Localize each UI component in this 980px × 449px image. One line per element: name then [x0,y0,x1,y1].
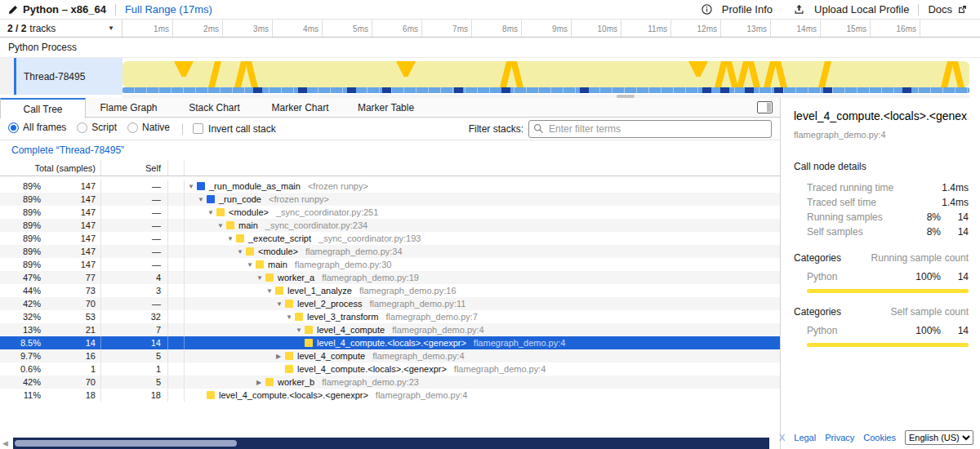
marker-segment [720,87,729,93]
search-icon [533,123,544,136]
twisty-open[interactable]: ▼ [198,196,207,203]
category-square-yellow [256,260,264,269]
tab-call-tree[interactable]: Call Tree [0,98,86,118]
function-name: level_1_analyze [287,286,352,296]
call-tree-row[interactable]: 32%5332▼level_3_transformflamegraph_demo… [0,310,780,323]
twisty-closed[interactable]: ▶ [276,353,285,360]
radio-label: Script [91,122,117,133]
call-tree-row[interactable]: 89%147—▼mainflamegraph_demo.py:30 [0,258,780,271]
scroll-left-arrow-icon[interactable]: ◀ [2,439,8,447]
activity-graph[interactable] [122,61,969,87]
twisty-open[interactable]: ▼ [247,261,256,269]
language-select[interactable]: English (US) [905,430,973,445]
checkbox-icon [193,123,203,134]
ruler-tick-label: 13ms [747,24,770,33]
call-tree-row[interactable]: 42%70—▼level_2_processflamegraph_demo.py… [0,297,780,310]
function-name: main [268,260,287,269]
filter-label: Filter stacks: [469,123,523,135]
call-tree-row[interactable]: 89%147—▼_run_module_as_main<frozen runpy… [0,180,780,193]
source-location: <frozen runpy> [308,181,368,191]
call-tree-row[interactable]: 44%733▼level_1_analyzeflamegraph_demo.py… [0,284,780,297]
call-tree-row[interactable]: 9.7%165▶level_4_computeflamegraph_demo.p… [0,349,780,362]
ruler-tick-label: 8ms [502,24,521,33]
source-location: flamegraph_demo.py:4 [372,351,465,361]
process-track-header[interactable]: Python Process [0,38,980,58]
footer-link-cookies[interactable]: Cookies [863,433,896,442]
timeline-ruler[interactable]: 1ms2ms3ms4ms5ms6ms7ms8ms9ms10ms11ms12ms1… [122,20,969,37]
category-square-yellow [295,313,303,321]
upload-profile-button[interactable]: Upload Local Profile [794,3,909,16]
ruler-tick-label: 5ms [353,24,372,33]
radio-script[interactable]: Script [77,122,117,133]
call-tree-row[interactable]: 11%1818level_4_compute.<locals>.<genexpr… [0,389,780,402]
profile-info-button[interactable]: Profile Info [702,3,773,16]
marker-segment [774,87,783,93]
call-tree-row[interactable]: 42%705▶worker_bflamegraph_demo.py:23 [0,376,780,389]
ruler-tick-label: 2ms [203,24,222,33]
ruler-tick [272,20,273,37]
filter-stacks-input[interactable] [528,120,772,138]
twisty-open[interactable]: ▼ [266,287,275,295]
category-square-blue [207,195,215,203]
twisty-open[interactable]: ▼ [276,300,285,308]
twisty-open[interactable]: ▼ [237,248,246,256]
invert-call-stack-checkbox[interactable]: Invert call stack [193,123,276,135]
call-tree-row[interactable]: 89%147—▼main_sync_coordinator.py:234 [0,219,780,232]
column-header-self: Self [101,160,168,176]
function-name: worker_b [278,377,314,387]
twisty-open[interactable]: ▼ [227,235,236,242]
marker-strip[interactable] [122,87,969,93]
twisty-open[interactable]: ▼ [296,327,305,334]
tab-marker-table[interactable]: Marker Table [343,98,429,117]
footer-link-privacy[interactable]: Privacy [825,433,854,442]
twisty-open[interactable]: ▼ [286,313,295,321]
source-location: flamegraph_demo.py:30 [295,260,392,269]
call-tree-row[interactable]: 8.5%1414level_4_compute.<locals>.<genexp… [0,336,780,349]
sidebar-toggle-button[interactable] [757,101,773,113]
category-square-yellow [285,300,293,308]
radio-native[interactable]: Native [127,122,170,133]
source-location: flamegraph_demo.py:4 [454,364,546,374]
twisty-open[interactable]: ▼ [256,274,265,282]
docs-link[interactable]: Docs [928,3,972,16]
tab-bar: Call TreeFlame GraphStack ChartMarker Ch… [0,98,780,118]
complete-thread-link[interactable]: Complete “Thread-78495” [11,144,124,156]
edit-profile-name-icon[interactable] [8,5,18,15]
function-name: _run_code [219,194,261,204]
function-name: level_4_compute.<locals>.<genexpr> [219,390,368,400]
call-tree-row[interactable]: 89%147—▼<module>flamegraph_demo.py:34 [0,245,780,258]
marker-segment [298,87,307,93]
footer-link-x[interactable]: X [779,433,785,442]
marker-segment [902,87,911,93]
tab-marker-chart[interactable]: Marker Chart [257,98,343,117]
call-tree-row[interactable]: 13%217▼level_4_computeflamegraph_demo.py… [0,323,780,336]
call-tree-row[interactable]: 89%147—▼<module>_sync_coordinator.py:251 [0,206,780,219]
twisty-closed[interactable]: ▶ [256,379,265,386]
category-bar [807,343,969,347]
radio-all-frames[interactable]: All frames [8,122,66,133]
category-square-blue [197,182,205,190]
footer-link-legal[interactable]: Legal [794,433,816,442]
ruler-tick [621,20,621,37]
radio-icon [8,122,19,133]
bottom-scrollbar-thumb[interactable] [15,440,237,447]
bottom-scrollbar[interactable] [13,438,769,449]
source-location: flamegraph_demo.py:19 [322,273,419,282]
tab-flame-graph[interactable]: Flame Graph [86,98,172,117]
marker-segment [382,87,391,93]
source-location: flamegraph_demo.py:34 [305,247,403,256]
profile-name[interactable]: Python – x86_64 [23,3,106,16]
sidebar: level_4_compute.<locals>.<genex… flamegr… [780,98,980,449]
full-range-button[interactable]: Full Range (17ms) [125,3,212,16]
twisty-open[interactable]: ▼ [207,209,216,216]
thread-track-label[interactable]: Thread-78495 [16,58,122,95]
call-tree-row[interactable]: 47%774▼worker_aflamegraph_demo.py:19 [0,271,780,284]
call-tree-row[interactable]: 89%147—▼_run_code<frozen runpy> [0,193,780,206]
call-tree-row[interactable]: 0.6%11level_4_compute.<locals>.<genexpr>… [0,362,780,376]
twisty-open[interactable]: ▼ [188,183,197,190]
call-tree-row[interactable]: 89%147—▼_execute_script_sync_coordinator… [0,232,780,245]
tracks-dropdown[interactable]: 2 / 2 tracks ▼ [0,20,122,37]
tracks-count: 2 / 2 [7,23,26,34]
twisty-open[interactable]: ▼ [217,222,226,229]
tab-stack-chart[interactable]: Stack Chart [172,98,257,117]
